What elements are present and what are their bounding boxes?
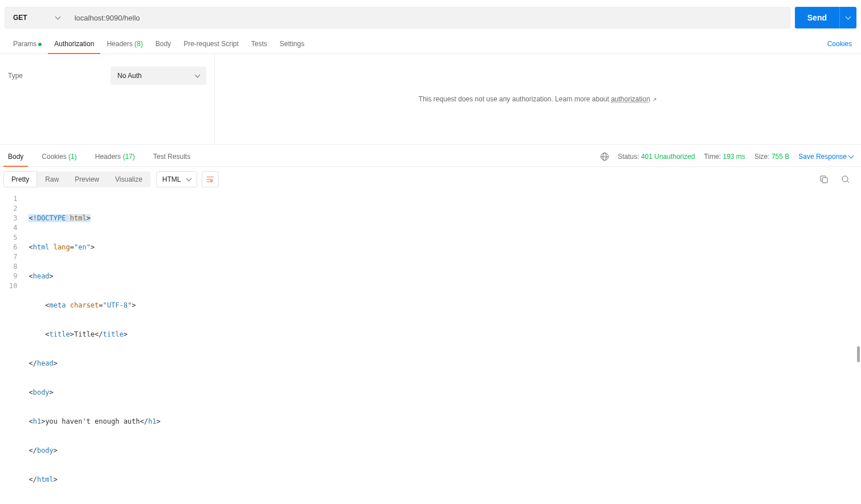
chevron-down-icon xyxy=(195,72,201,78)
url-input[interactable] xyxy=(68,7,790,28)
tab-settings[interactable]: Settings xyxy=(274,34,311,54)
auth-empty-message: This request does not use any authorizat… xyxy=(419,95,658,103)
wrap-lines-button[interactable] xyxy=(202,171,219,187)
copy-icon xyxy=(820,175,828,183)
auth-type-select[interactable]: No Auth xyxy=(111,67,206,85)
code-content: <!DOCTYPE html> <html lang="en"> <head> … xyxy=(26,192,160,504)
save-response-button[interactable]: Save Response xyxy=(798,153,853,161)
scrollbar-thumb[interactable] xyxy=(857,346,860,362)
response-tab-cookies[interactable]: Cookies (1) xyxy=(37,150,81,163)
status-label: Status: 401 Unauthorized xyxy=(618,153,695,161)
params-indicator-dot xyxy=(38,43,42,46)
method-select[interactable]: GET xyxy=(5,7,68,28)
svg-rect-0 xyxy=(822,178,827,183)
external-link-icon: ↗ xyxy=(651,97,658,103)
send-dropdown-button[interactable] xyxy=(839,7,856,28)
send-button[interactable]: Send xyxy=(795,7,839,28)
globe-icon[interactable] xyxy=(601,153,609,161)
chevron-down-icon xyxy=(846,14,851,20)
tab-params[interactable]: Params xyxy=(7,34,48,54)
chevron-down-icon xyxy=(186,176,191,182)
wrap-icon xyxy=(207,176,214,183)
tab-authorization[interactable]: Authorization xyxy=(48,34,100,54)
view-raw[interactable]: Raw xyxy=(37,171,67,187)
tab-tests[interactable]: Tests xyxy=(245,34,274,54)
authorization-help-link[interactable]: authorization xyxy=(611,95,650,103)
format-select[interactable]: HTML xyxy=(156,171,197,187)
chevron-down-icon xyxy=(55,14,60,20)
cookies-link[interactable]: Cookies xyxy=(825,34,854,54)
line-gutter: 1 2 3 4 5 6 7 8 9 10 xyxy=(0,192,26,504)
response-tab-body[interactable]: Body xyxy=(3,150,28,163)
auth-type-label: Type xyxy=(8,72,111,80)
view-preview[interactable]: Preview xyxy=(67,171,107,187)
time-label: Time: 193 ms xyxy=(704,153,745,161)
chevron-down-icon xyxy=(848,153,854,159)
svg-point-1 xyxy=(842,176,848,182)
search-icon xyxy=(842,175,850,183)
method-value: GET xyxy=(13,14,27,22)
size-label: Size: 755 B xyxy=(754,153,789,161)
response-body-editor[interactable]: 1 2 3 4 5 6 7 8 9 10 <!DOCTYPE html> <ht… xyxy=(0,192,861,504)
view-mode-group: Pretty Raw Preview Visualize xyxy=(3,171,150,187)
search-button[interactable] xyxy=(838,172,853,187)
response-tab-headers[interactable]: Headers (17) xyxy=(91,150,140,163)
view-visualize[interactable]: Visualize xyxy=(107,171,150,187)
tab-body[interactable]: Body xyxy=(149,34,177,54)
view-pretty[interactable]: Pretty xyxy=(3,171,37,187)
tab-prerequest[interactable]: Pre-request Script xyxy=(177,34,245,54)
response-tab-testresults[interactable]: Test Results xyxy=(149,150,195,163)
copy-button[interactable] xyxy=(817,172,831,187)
tab-headers[interactable]: Headers (8) xyxy=(100,34,149,54)
